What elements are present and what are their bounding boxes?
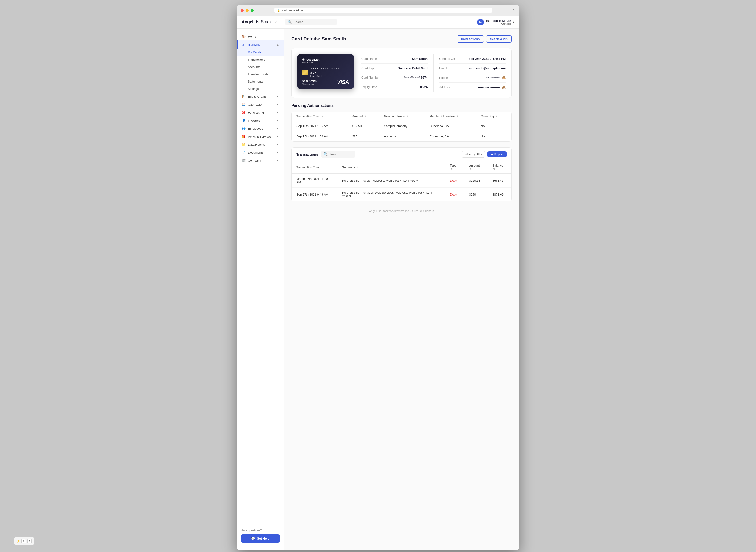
data-rooms-icon: 📁	[242, 143, 246, 146]
sort-icon[interactable]: ⇅	[456, 115, 458, 118]
card-info-grid: Card Name Sam Smith Card Type Business D…	[361, 54, 506, 92]
chevron-down-icon: ▼	[276, 103, 279, 106]
sort-icon[interactable]: ⇅	[407, 115, 408, 118]
pending-auth-title: Pending Authorizations	[291, 104, 511, 108]
transactions-search-input[interactable]	[329, 153, 353, 156]
tx-time-1: March 27th 2021 11:20 AM	[292, 174, 337, 187]
top-nav-left: AngelListStack ⟵ 🔍	[242, 19, 337, 25]
lock-icon: 🔒	[277, 9, 280, 12]
get-help-button[interactable]: 💬 Get Help	[241, 534, 280, 543]
transactions-search[interactable]: 🔍	[321, 151, 355, 158]
export-button[interactable]: ➜ Export	[487, 151, 507, 157]
sidebar-item-transfer-funds[interactable]: Transfer Funds	[237, 71, 284, 78]
logo-angellist: AngelList	[242, 19, 261, 24]
toggle-phone-visibility[interactable]: 🙈	[502, 76, 506, 80]
card-expiry: Exp: 05/24	[310, 75, 349, 78]
page-footer: AngelList Stack for AltoVista Inc. - Sum…	[291, 207, 511, 214]
sidebar-item-investors[interactable]: 👤 Investors ▼	[237, 117, 284, 125]
table-row: Sep 15th 2021 1:06 AM $25 Apple Inc. Cup…	[292, 131, 511, 142]
th-recurring: Recurring ⇅	[476, 112, 511, 121]
sidebar-item-statements[interactable]: Statements	[237, 78, 284, 85]
sidebar-item-data-rooms[interactable]: 📁 Data Rooms ▼	[237, 140, 284, 148]
set-new-pin-button[interactable]: Set New Pin	[486, 35, 511, 42]
search-icon: 🔍	[323, 152, 328, 156]
sidebar-item-label: Company	[248, 159, 261, 162]
home-icon: 🏠	[242, 35, 246, 38]
filter-button[interactable]: Filter By: All ▾	[462, 151, 485, 158]
sort-icon[interactable]: ⇅	[451, 168, 453, 170]
browser-controls: 🔒 stack.angellist.com ↻	[241, 8, 515, 13]
sort-icon[interactable]: ⇅	[321, 115, 323, 118]
sidebar-item-cap-table[interactable]: 🧮 Cap Table ▼	[237, 101, 284, 109]
th-amount: Amount ⇅	[348, 112, 380, 121]
kbd-key1: ⌘	[21, 539, 26, 543]
card-holder-company: AltoVista Inc.	[302, 83, 317, 85]
sidebar-item-home[interactable]: 🏠 Home	[237, 32, 284, 40]
investors-icon: 👤	[242, 119, 246, 122]
chevron-down-icon: ▼	[276, 119, 279, 122]
pending-tx-merchant-1: SampleCompany	[379, 121, 425, 131]
sort-icon[interactable]: ⇅	[321, 166, 323, 169]
sidebar-item-accounts[interactable]: Accounts	[237, 63, 284, 71]
sidebar-item-perks[interactable]: 🎁 Perks & Services ▼	[237, 132, 284, 140]
card-name-value: Sam Smith	[412, 57, 428, 60]
pending-tx-time-2: Sep 15th 2021 1:06 AM	[292, 131, 348, 142]
chevron-down-icon: ▼	[276, 159, 279, 162]
sidebar-item-label: Perks & Services	[248, 135, 271, 138]
transactions-left: Transactions 🔍	[296, 151, 355, 158]
sidebar-item-label: Fundraising	[248, 111, 264, 114]
maximize-button[interactable]	[251, 9, 254, 12]
sidebar-item-company[interactable]: 🏢 Company ▼	[237, 156, 284, 164]
chevron-down-icon: ▼	[276, 111, 279, 114]
sidebar-item-documents[interactable]: 📄 Documents ▼	[237, 148, 284, 156]
transactions-table: Transaction Time ⇅ Summary ⇅ Type ⇅ Amou…	[292, 161, 511, 201]
refresh-button[interactable]: ↻	[512, 8, 515, 12]
sort-icon[interactable]: ⇅	[470, 168, 472, 170]
card-number-value: **** **** **** 5674	[404, 76, 428, 79]
card-holder-info: Sam Smith AltoVista Inc.	[302, 80, 317, 85]
sidebar-item-fundraising[interactable]: 🎯 Fundraising ▼	[237, 109, 284, 117]
sidebar-item-settings[interactable]: Settings	[237, 85, 284, 93]
sort-icon[interactable]: ⇅	[493, 168, 495, 170]
sidebar-item-transactions[interactable]: Transactions	[237, 56, 284, 63]
sidebar-item-banking[interactable]: $ Banking ▲	[237, 40, 284, 49]
keyboard-hint: ⚡ ⌘ K	[14, 537, 34, 545]
sidebar-item-equity-grants[interactable]: 📋 Equity Grants ▼	[237, 93, 284, 101]
card-info-left: Card Name Sam Smith Card Type Business D…	[361, 54, 434, 92]
tx-summary-1: Purchase from Apple | Address: Menlo Par…	[337, 174, 445, 187]
documents-icon: 📄	[242, 151, 246, 154]
tx-type-1: Debit	[445, 174, 464, 187]
toggle-address-visibility[interactable]: 🙈	[502, 86, 506, 89]
th-type: Type ⇅	[445, 161, 464, 174]
employees-icon: 👥	[242, 127, 246, 130]
transactions-tbody: March 27th 2021 11:20 AM Purchase from A…	[292, 174, 511, 201]
search-bar[interactable]: 🔍	[285, 19, 337, 25]
user-company: AltaVisto	[486, 22, 511, 25]
tx-balance-2: $871.69	[488, 187, 511, 201]
close-button[interactable]	[241, 9, 244, 12]
card-expiry-value: 05/24	[420, 85, 428, 89]
card-actions-button[interactable]: Card Actions	[457, 35, 484, 42]
sort-icon[interactable]: ⇅	[364, 115, 366, 118]
pending-tx-amount-2: $25	[348, 131, 380, 142]
minimize-button[interactable]	[246, 9, 249, 12]
sort-icon[interactable]: ⇅	[356, 166, 358, 169]
th-amount: Amount ⇅	[464, 161, 488, 174]
search-input[interactable]	[294, 20, 334, 24]
menu-icon[interactable]: ⟵	[275, 19, 281, 25]
fundraising-icon: 🎯	[242, 111, 246, 114]
chevron-down-icon: ▼	[276, 151, 279, 154]
sidebar-item-my-cards[interactable]: My Cards	[237, 49, 284, 56]
search-icon: 🔍	[288, 20, 292, 24]
card-network: VISA	[337, 79, 349, 85]
sidebar-item-employees[interactable]: 👥 Employees ▼	[237, 125, 284, 132]
url-text: stack.angellist.com	[281, 9, 305, 12]
have-questions-text: Have questions?	[241, 529, 280, 532]
sort-icon[interactable]: ⇅	[496, 115, 497, 118]
user-info[interactable]: SS Sumukh Sridhara AltaVisto ▾	[477, 19, 514, 25]
sidebar-item-label: Home	[248, 35, 256, 38]
sidebar: 🏠 Home $ Banking ▲ My Cards Transactions…	[237, 29, 284, 550]
chevron-down-icon: ▼	[276, 95, 279, 98]
top-nav-right: SS Sumukh Sridhara AltaVisto ▾	[477, 19, 514, 25]
sidebar-item-label: Investors	[248, 119, 260, 122]
